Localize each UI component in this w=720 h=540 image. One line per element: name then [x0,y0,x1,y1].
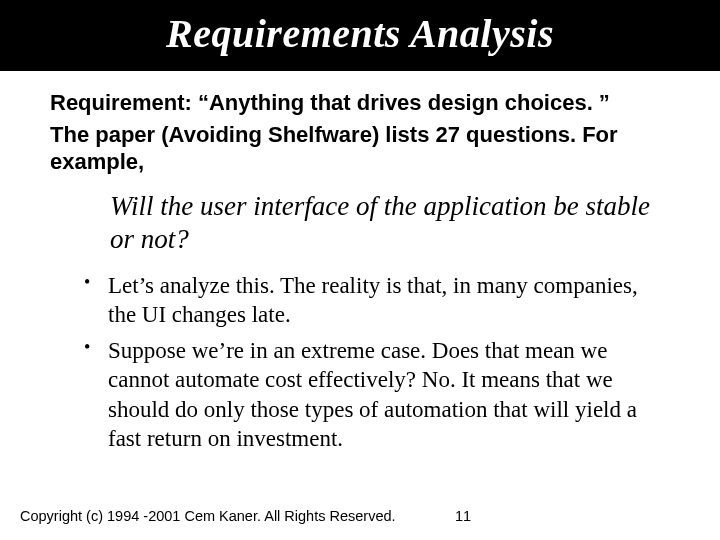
slide: Requirements Analysis Requirement: “Anyt… [0,0,720,540]
bullet-list: Let’s analyze this. The reality is that,… [80,271,660,454]
slide-title: Requirements Analysis [0,10,720,57]
slide-body: Requirement: “Anything that drives desig… [0,71,720,454]
footer: Copyright (c) 1994 -2001 Cem Kaner. All … [20,508,700,524]
bullet-text: Let’s analyze this. The reality is that,… [108,273,638,327]
quote-text: Will the user interface of the applicati… [110,190,650,258]
title-band: Requirements Analysis [0,0,720,71]
copyright-text: Copyright (c) 1994 -2001 Cem Kaner. All … [20,508,396,524]
lead-paragraph-2: The paper (Avoiding Shelfware) lists 27 … [50,121,680,176]
list-item: Suppose we’re in an extreme case. Does t… [80,336,660,454]
list-item: Let’s analyze this. The reality is that,… [80,271,660,330]
lead-paragraph-1: Requirement: “Anything that drives desig… [50,89,680,117]
page-number: 11 [455,508,471,524]
bullet-text: Suppose we’re in an extreme case. Does t… [108,338,637,451]
